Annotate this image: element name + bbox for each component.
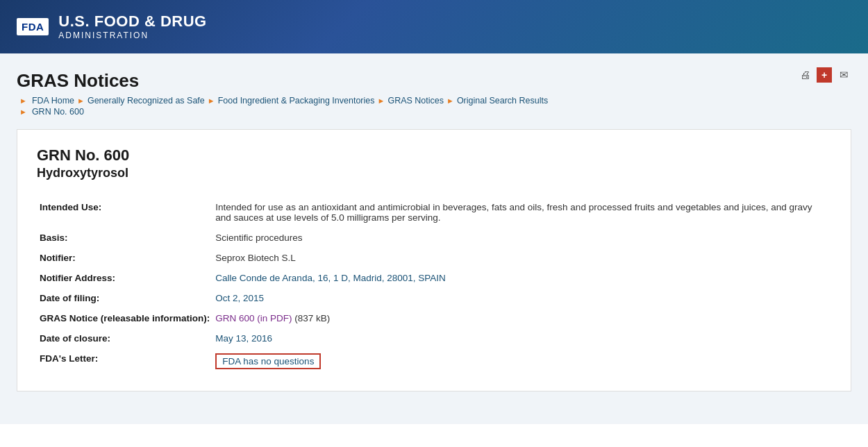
fda-no-questions-link[interactable]: FDA has no questions (215, 353, 321, 369)
breadcrumb-item-grn600: ► GRN No. 600 (17, 107, 84, 117)
value-fda-letter: FDA has no questions (212, 348, 831, 374)
breadcrumb-link-gras-notices[interactable]: GRAS Notices (387, 96, 444, 106)
page-title-section: GRAS Notices ► FDA Home ► Generally Reco… (17, 65, 548, 121)
label-intended-use: Intended Use: (37, 197, 212, 228)
breadcrumb-item-gras-notices: GRAS Notices (387, 96, 444, 106)
breadcrumb-arrow: ► (19, 96, 27, 105)
label-notifier: Notifier: (37, 248, 212, 268)
page-content: GRAS Notices ► FDA Home ► Generally Reco… (0, 53, 868, 424)
gras-notice-size: (837 kB) (294, 313, 330, 323)
table-row: GRAS Notice (releasable information): GR… (37, 308, 831, 328)
table-row: Notifier: Seprox Biotech S.L (37, 248, 831, 268)
value-notifier: Seprox Biotech S.L (212, 248, 831, 268)
print-icon[interactable]: 🖨 (797, 67, 812, 83)
label-date-filing: Date of filing: (37, 288, 212, 308)
value-basis: Scientific procedures (212, 228, 831, 248)
agency-main-name: U.S. FOOD & DRUG (58, 12, 206, 31)
main-content-box: GRN No. 600 Hydroxytyrosol Intended Use:… (17, 129, 851, 391)
gras-notice-link[interactable]: GRN 600 (in PDF) (215, 313, 292, 323)
grn-number-title: GRN No. 600 (37, 146, 831, 165)
page-title: GRAS Notices (17, 70, 548, 92)
breadcrumb-link-grn600[interactable]: GRN No. 600 (32, 107, 84, 117)
value-intended-use: Intended for use as an antioxidant and a… (212, 197, 831, 228)
breadcrumb-arrow-3: ► (208, 96, 215, 105)
breadcrumb: ► FDA Home ► Generally Recognized as Saf… (17, 96, 548, 106)
value-date-closure: May 13, 2016 (212, 328, 831, 348)
breadcrumb-item-fda-home: ► FDA Home (17, 96, 74, 106)
label-fda-letter: FDA's Letter: (37, 348, 212, 374)
page-header-row: GRAS Notices ► FDA Home ► Generally Reco… (17, 65, 851, 121)
table-row: Date of closure: May 13, 2016 (37, 328, 831, 348)
date-closure-link[interactable]: May 13, 2016 (215, 333, 272, 344)
site-header: FDA U.S. FOOD & DRUG ADMINISTRATION (0, 0, 868, 53)
email-icon[interactable]: ✉ (836, 67, 851, 83)
table-row: Intended Use: Intended for use as an ant… (37, 197, 831, 228)
bookmark-icon[interactable]: + (817, 67, 832, 83)
table-row: Date of filing: Oct 2, 2015 (37, 288, 831, 308)
label-basis: Basis: (37, 228, 212, 248)
table-row: Basis: Scientific procedures (37, 228, 831, 248)
breadcrumb-arrow-6: ► (19, 108, 27, 116)
breadcrumb-item-original-search: Original Search Results (457, 96, 548, 106)
breadcrumb-link-original-search[interactable]: Original Search Results (457, 96, 548, 106)
detail-table: Intended Use: Intended for use as an ant… (37, 197, 831, 374)
agency-name: U.S. FOOD & DRUG ADMINISTRATION (58, 12, 206, 41)
agency-sub-name: ADMINISTRATION (58, 31, 206, 40)
table-row: Notifier Address: Calle Conde de Aranda,… (37, 268, 831, 288)
breadcrumb-item-gras: Generally Recognized as Safe (87, 96, 205, 106)
label-date-closure: Date of closure: (37, 328, 212, 348)
grn-substance-title: Hydroxytyrosol (37, 166, 831, 180)
breadcrumb-item-food-ingredient: Food Ingredient & Packaging Inventories (218, 96, 375, 106)
table-row: FDA's Letter: FDA has no questions (37, 348, 831, 374)
value-date-filing: Oct 2, 2015 (212, 288, 831, 308)
fda-logo: FDA (17, 18, 49, 35)
label-gras-notice: GRAS Notice (releasable information): (37, 308, 212, 328)
value-gras-notice: GRN 600 (in PDF) (837 kB) (212, 308, 831, 328)
breadcrumb-row2: ► GRN No. 600 (17, 107, 548, 117)
breadcrumb-arrow-5: ► (446, 96, 454, 105)
breadcrumb-arrow-2: ► (77, 96, 85, 105)
breadcrumb-link-fda-home[interactable]: FDA Home (32, 96, 74, 106)
toolbar-icons: 🖨 + ✉ (797, 67, 851, 83)
label-notifier-address: Notifier Address: (37, 268, 212, 288)
notifier-address-link[interactable]: Calle Conde de Aranda, 16, 1 D, Madrid, … (215, 273, 445, 283)
value-notifier-address: Calle Conde de Aranda, 16, 1 D, Madrid, … (212, 268, 831, 288)
breadcrumb-arrow-4: ► (378, 96, 385, 105)
breadcrumb-link-gras[interactable]: Generally Recognized as Safe (87, 96, 205, 106)
breadcrumb-link-food-ingredient[interactable]: Food Ingredient & Packaging Inventories (218, 96, 375, 106)
date-filing-link[interactable]: Oct 2, 2015 (215, 293, 264, 303)
